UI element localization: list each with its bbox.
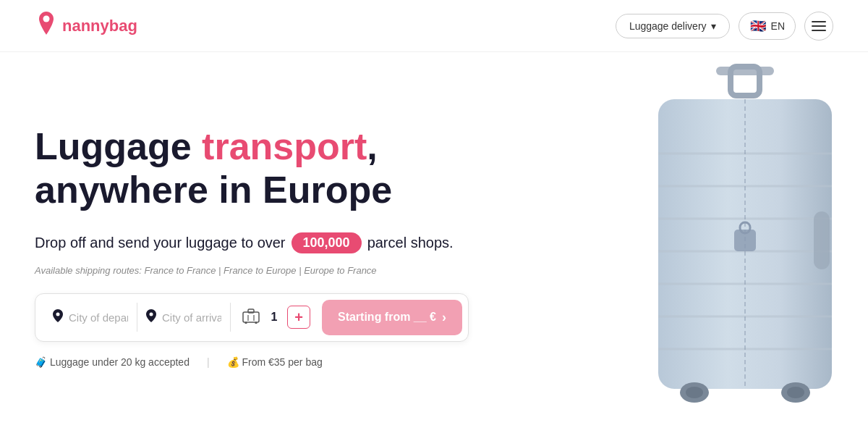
departure-input-wrap [44, 303, 137, 332]
luggage-quantity-wrap: 1 + [231, 300, 322, 335]
arrival-input-wrap [137, 303, 230, 332]
subtext-after: parcel shops. [367, 235, 454, 251]
price-icon: 💰 [227, 356, 239, 368]
headline-part1: Luggage [35, 125, 202, 167]
main-content: Luggage transport, anywhere in Europe Dr… [0, 52, 868, 441]
svg-rect-22 [814, 211, 830, 269]
info-item-1: 🧳 Luggage under 20 kg accepted [35, 356, 190, 368]
suitcase-image [637, 59, 854, 436]
svg-point-26 [686, 387, 703, 398]
luggage-icon [242, 308, 260, 327]
headline-part2: , [367, 125, 377, 167]
luggage-weight-icon: 🧳 [35, 356, 47, 368]
luggage-weight-text: Luggage under 20 kg accepted [50, 356, 190, 368]
svg-point-27 [787, 387, 804, 398]
svg-rect-6 [243, 312, 259, 322]
search-box: 1 + Starting from __ € › [35, 293, 469, 342]
info-item-2: 💰 From €35 per bag [227, 356, 323, 368]
price-text: From €35 per bag [242, 356, 322, 368]
svg-rect-7 [248, 309, 254, 313]
svg-rect-2 [812, 25, 826, 27]
luggage-delivery-label: Luggage delivery [629, 20, 707, 32]
search-cta-label: Starting from __ € [338, 311, 436, 324]
headline-highlight: transport [202, 125, 367, 167]
arrival-pin-icon [146, 309, 156, 326]
luggage-delivery-button[interactable]: Luggage delivery ▾ [616, 14, 730, 38]
chevron-down-icon: ▾ [711, 20, 716, 32]
svg-rect-3 [812, 30, 826, 31]
shop-count-badge: 100,000 [292, 232, 362, 253]
departure-pin-icon [53, 309, 63, 326]
flag-icon: 🇬🇧 [749, 17, 767, 35]
language-selector[interactable]: 🇬🇧 EN [739, 12, 796, 40]
header: nannybag Luggage delivery ▾ 🇬🇧 EN [0, 0, 868, 52]
departure-input[interactable] [69, 311, 128, 324]
quantity-display: 1 [267, 311, 281, 324]
hamburger-icon [812, 21, 826, 31]
header-right: Luggage delivery ▾ 🇬🇧 EN [616, 12, 833, 41]
language-code: EN [771, 20, 785, 32]
logo-text: nannybag [62, 17, 137, 35]
search-cta-button[interactable]: Starting from __ € › [322, 300, 462, 335]
menu-button[interactable] [804, 12, 833, 41]
svg-point-4 [56, 312, 60, 316]
quantity-increase-button[interactable]: + [287, 306, 310, 329]
subtext-before: Drop off and send your luggage to over [35, 235, 286, 251]
routes-text: Available shipping routes: France to Fra… [35, 265, 469, 276]
arrival-input[interactable] [162, 311, 221, 324]
svg-rect-1 [812, 21, 826, 22]
logo-icon [35, 10, 58, 41]
info-divider: | [207, 356, 210, 368]
logo[interactable]: nannybag [35, 10, 137, 41]
quantity-control: 1 + [267, 306, 310, 329]
svg-point-5 [149, 312, 153, 316]
subtext: Drop off and send your luggage to over 1… [35, 232, 469, 253]
headline-line2: anywhere in Europe [35, 169, 392, 211]
bottom-info: 🧳 Luggage under 20 kg accepted | 💰 From … [35, 356, 469, 368]
arrow-right-icon: › [442, 310, 446, 325]
svg-point-0 [43, 16, 50, 22]
headline: Luggage transport, anywhere in Europe [35, 125, 469, 212]
hero-content: Luggage transport, anywhere in Europe Dr… [35, 125, 469, 368]
